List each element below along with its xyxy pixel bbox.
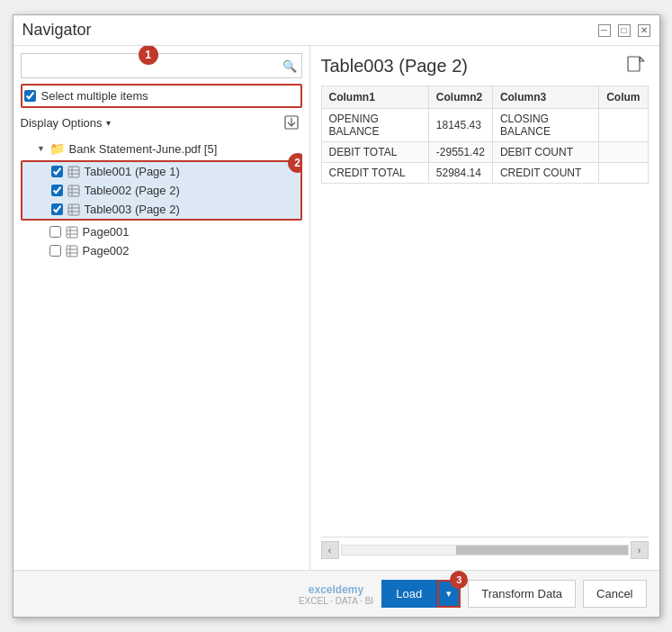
brand-tagline: EXCEL · DATA · BI <box>299 596 373 606</box>
display-options-row: Display Options ▾ <box>21 112 302 133</box>
cell-3-1: CREDIT TOTAL <box>321 163 428 184</box>
select-multiple-row: Select multiple items <box>21 84 302 108</box>
scroll-right-button[interactable]: › <box>631 541 649 559</box>
navigator-window: Navigator ─ □ ✕ 1 🔍 Select multiple item… <box>13 14 660 618</box>
badge-1: 1 <box>139 46 158 65</box>
tree-item-page001[interactable]: Page001 <box>21 222 302 241</box>
folder-icon: 📁 <box>49 141 65 156</box>
display-options-button[interactable]: Display Options ▾ <box>21 116 111 130</box>
transform-data-button[interactable]: Transform Data <box>468 580 576 608</box>
col-header-4: Colum <box>599 86 648 109</box>
table002-checkbox[interactable] <box>51 185 63 196</box>
cell-2-3: DEBIT COUNT <box>492 142 598 163</box>
svg-rect-14 <box>67 227 77 238</box>
table-icon <box>67 166 80 178</box>
col-header-2: Column2 <box>428 86 492 109</box>
scrollbar-track[interactable] <box>341 545 629 555</box>
window-title: Navigator <box>22 21 92 40</box>
cancel-button[interactable]: Cancel <box>583 580 646 608</box>
table-icon <box>67 203 80 216</box>
table-icon <box>66 226 78 239</box>
close-button[interactable]: ✕ <box>638 24 650 37</box>
table003-checkbox[interactable] <box>51 203 63 215</box>
cell-1-4 <box>599 109 648 142</box>
preview-title: Table003 (Page 2) <box>321 56 468 77</box>
title-bar: Navigator ─ □ ✕ <box>13 15 659 46</box>
page002-checkbox[interactable] <box>49 245 61 257</box>
display-options-label: Display Options <box>21 116 103 130</box>
table001-label: Table001 (Page 1) <box>85 165 180 178</box>
badge-3: 3 <box>450 571 468 589</box>
chevron-down-icon: ▾ <box>106 118 111 128</box>
svg-rect-22 <box>628 57 640 71</box>
page001-checkbox[interactable] <box>49 226 61 238</box>
horizontal-scrollbar: ‹ › <box>321 537 649 563</box>
window-controls: ─ □ ✕ <box>598 24 650 37</box>
spacer <box>321 184 649 537</box>
brand-name: exceldemy <box>309 583 363 596</box>
table-row: OPENING BALANCE 18145.43 CLOSING BALANCE <box>321 109 648 142</box>
tree-root[interactable]: ▼ 📁 Bank Statement-June.pdf [5] <box>21 139 302 158</box>
root-label: Bank Statement-June.pdf [5] <box>69 142 218 156</box>
table003-label: Table003 (Page 2) <box>85 203 180 216</box>
table-row: CREDIT TOTAL 52984.14 CREDIT COUNT <box>321 163 648 184</box>
tree-item-table001[interactable]: Table001 (Page 1) <box>22 162 300 181</box>
import-button[interactable] <box>281 112 302 133</box>
select-multiple-checkbox[interactable] <box>24 90 36 102</box>
cell-2-1: DEBIT TOTAL <box>321 142 428 163</box>
minimize-button[interactable]: ─ <box>598 24 611 37</box>
brand-area: exceldemy EXCEL · DATA · BI <box>299 583 373 606</box>
cell-3-3: CREDIT COUNT <box>492 163 598 184</box>
page002-label: Page002 <box>83 244 130 257</box>
tree-item-page002[interactable]: Page002 <box>21 241 302 260</box>
cell-2-2: -29551.42 <box>428 142 492 163</box>
col-header-3: Column3 <box>492 86 598 109</box>
svg-rect-6 <box>68 185 79 196</box>
cell-2-4 <box>599 142 648 163</box>
preview-icon-button[interactable] <box>623 53 649 78</box>
svg-rect-18 <box>67 246 77 257</box>
scroll-left-button[interactable]: ‹ <box>321 541 339 559</box>
svg-rect-2 <box>68 167 79 177</box>
right-panel: Table003 (Page 2) Column1 Column2 <box>310 46 659 570</box>
data-table-container: Column1 Column2 Column3 Colum OPENING BA… <box>321 86 649 184</box>
search-button[interactable]: 🔍 <box>278 54 301 77</box>
tree-item-table002[interactable]: Table002 (Page 2) <box>22 181 300 200</box>
footer: exceldemy EXCEL · DATA · BI 3 Load ▾ Tra… <box>13 570 659 617</box>
scrollbar-thumb <box>456 546 628 555</box>
cell-1-2: 18145.43 <box>428 109 492 142</box>
table-icon <box>67 185 80 197</box>
page001-label: Page001 <box>83 225 130 239</box>
data-table: Column1 Column2 Column3 Colum OPENING BA… <box>321 86 649 184</box>
table002-label: Table002 (Page 2) <box>85 184 180 197</box>
cell-3-4 <box>599 163 648 184</box>
expand-icon: ▼ <box>35 142 48 155</box>
search-bar: 1 🔍 <box>21 53 302 78</box>
main-content: 1 🔍 Select multiple items Display Option… <box>13 46 659 570</box>
selected-group: 2 Table001 (Page 1) <box>21 160 302 221</box>
svg-rect-10 <box>68 204 79 215</box>
load-group: 3 Load ▾ <box>381 580 461 608</box>
table-icon <box>66 245 78 257</box>
table001-checkbox[interactable] <box>51 166 63 177</box>
cell-3-2: 52984.14 <box>428 163 492 184</box>
maximize-button[interactable]: □ <box>618 24 631 37</box>
left-panel: 1 🔍 Select multiple items Display Option… <box>13 46 310 570</box>
select-multiple-label: Select multiple items <box>41 89 148 103</box>
tree-item-table003[interactable]: Table003 (Page 2) <box>22 200 300 219</box>
load-button[interactable]: Load <box>381 580 437 608</box>
cell-1-3: CLOSING BALANCE <box>492 109 598 142</box>
file-tree: ▼ 📁 Bank Statement-June.pdf [5] 2 <box>21 139 302 563</box>
cell-1-1: OPENING BALANCE <box>321 109 428 142</box>
table-row: DEBIT TOTAL -29551.42 DEBIT COUNT <box>321 142 648 163</box>
preview-header: Table003 (Page 2) <box>321 53 649 78</box>
col-header-1: Column1 <box>321 86 428 109</box>
